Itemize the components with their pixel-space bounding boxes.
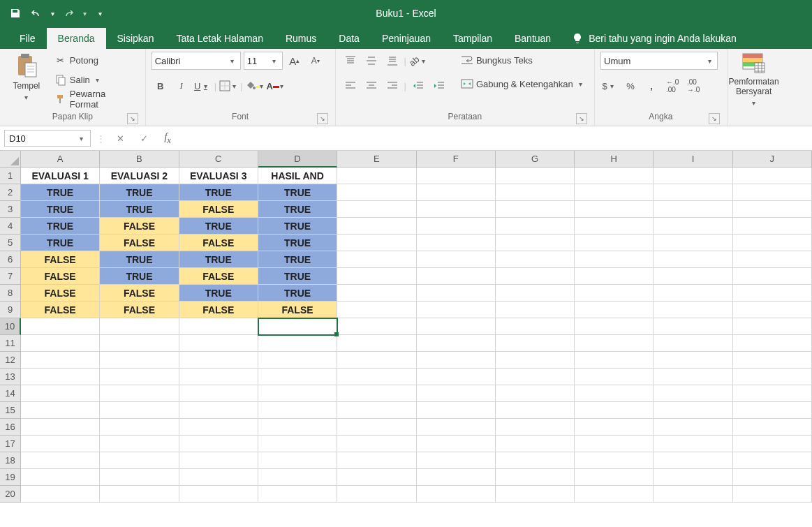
- cut-button[interactable]: ✂ Potong: [52, 52, 140, 68]
- cell-F17[interactable]: [417, 436, 496, 452]
- cell-F10[interactable]: [417, 318, 496, 335]
- cell-B12[interactable]: [100, 352, 179, 369]
- cell-C1[interactable]: EVALUASI 3: [179, 168, 258, 184]
- col-header-D[interactable]: D: [258, 151, 337, 168]
- cell-A8[interactable]: FALSE: [21, 285, 100, 302]
- cell-C6[interactable]: TRUE: [179, 251, 258, 268]
- cell-D20[interactable]: [258, 486, 337, 503]
- redo-dropdown[interactable]: ▾: [80, 10, 89, 17]
- cell-F9[interactable]: [417, 302, 496, 318]
- merge-center-button[interactable]: Gabung & Ketengahkan ▾: [458, 75, 589, 92]
- dialog-launcher[interactable]: ↘: [317, 113, 328, 124]
- decrease-decimal-button[interactable]: .00→.0: [684, 77, 702, 95]
- cell-B13[interactable]: [100, 369, 179, 385]
- cell-H4[interactable]: [575, 218, 654, 235]
- cell-J19[interactable]: [733, 469, 812, 486]
- cell-B11[interactable]: [100, 335, 179, 352]
- cell-H15[interactable]: [575, 402, 654, 419]
- increase-decimal-button[interactable]: ←.0.00: [663, 77, 681, 95]
- cell-A13[interactable]: [21, 369, 100, 385]
- col-header-H[interactable]: H: [575, 151, 654, 168]
- cell-I11[interactable]: [654, 335, 732, 352]
- decrease-indent-button[interactable]: [409, 77, 427, 95]
- italic-button[interactable]: I: [172, 77, 191, 95]
- align-left-button[interactable]: [341, 77, 360, 95]
- row-header-11[interactable]: 11: [0, 335, 21, 352]
- cell-C11[interactable]: [179, 335, 258, 352]
- cell-H12[interactable]: [575, 352, 654, 369]
- row-header-13[interactable]: 13: [0, 369, 21, 385]
- cell-E19[interactable]: [337, 469, 416, 486]
- cell-F11[interactable]: [417, 335, 496, 352]
- tab-file[interactable]: File: [8, 28, 47, 49]
- cell-B14[interactable]: [100, 385, 179, 402]
- cell-I4[interactable]: [654, 218, 732, 235]
- cell-A11[interactable]: [21, 335, 100, 352]
- cell-H19[interactable]: [575, 469, 654, 486]
- cell-J3[interactable]: [733, 201, 812, 218]
- cell-H7[interactable]: [575, 268, 654, 285]
- cell-I15[interactable]: [654, 402, 732, 419]
- enter-formula-button[interactable]: ✓: [135, 131, 153, 146]
- bold-button[interactable]: B: [152, 77, 170, 95]
- cell-C19[interactable]: [179, 469, 258, 486]
- cell-F18[interactable]: [417, 452, 496, 469]
- cell-G1[interactable]: [496, 168, 575, 184]
- cell-B8[interactable]: FALSE: [100, 285, 179, 302]
- cell-F15[interactable]: [417, 402, 496, 419]
- cell-F13[interactable]: [417, 369, 496, 385]
- row-header-9[interactable]: 9: [0, 302, 21, 318]
- cell-A12[interactable]: [21, 352, 100, 369]
- cell-C17[interactable]: [179, 436, 258, 452]
- cell-H17[interactable]: [575, 436, 654, 452]
- cell-I10[interactable]: [654, 318, 732, 335]
- row-header-8[interactable]: 8: [0, 285, 21, 302]
- cell-B4[interactable]: FALSE: [100, 218, 179, 235]
- tab-tampilan[interactable]: Tampilan: [442, 28, 503, 49]
- cell-B3[interactable]: TRUE: [100, 201, 179, 218]
- dialog-launcher[interactable]: ↘: [709, 113, 720, 124]
- cell-E1[interactable]: [337, 168, 416, 184]
- name-box[interactable]: D10▾: [4, 130, 91, 147]
- align-bottom-button[interactable]: [383, 52, 401, 70]
- tab-rumus[interactable]: Rumus: [274, 28, 327, 49]
- cell-H6[interactable]: [575, 251, 654, 268]
- cell-C18[interactable]: [179, 452, 258, 469]
- cell-J7[interactable]: [733, 268, 812, 285]
- cell-F7[interactable]: [417, 268, 496, 285]
- cell-A16[interactable]: [21, 419, 100, 436]
- cell-A10[interactable]: [21, 318, 100, 335]
- cell-E11[interactable]: [337, 335, 416, 352]
- cell-A2[interactable]: TRUE: [21, 184, 100, 201]
- tab-sisipkan[interactable]: Sisipkan: [106, 28, 165, 49]
- cell-I17[interactable]: [654, 436, 732, 452]
- cell-A19[interactable]: [21, 469, 100, 486]
- undo-button[interactable]: [27, 3, 46, 23]
- cell-C16[interactable]: [179, 419, 258, 436]
- cell-H10[interactable]: [575, 318, 654, 335]
- row-header-16[interactable]: 16: [0, 419, 21, 436]
- qat-customize[interactable]: ▾: [95, 10, 105, 17]
- cell-J15[interactable]: [733, 402, 812, 419]
- font-color-button[interactable]: A▾: [266, 77, 284, 95]
- cell-F16[interactable]: [417, 419, 496, 436]
- cell-G10[interactable]: [496, 318, 575, 335]
- select-all-corner[interactable]: [0, 151, 21, 168]
- cell-I14[interactable]: [654, 385, 732, 402]
- cell-E6[interactable]: [337, 251, 416, 268]
- cell-J6[interactable]: [733, 251, 812, 268]
- cell-F14[interactable]: [417, 385, 496, 402]
- cell-G4[interactable]: [496, 218, 575, 235]
- cell-B6[interactable]: TRUE: [100, 251, 179, 268]
- format-painter-button[interactable]: Pewarna Format: [52, 91, 140, 107]
- cell-G16[interactable]: [496, 419, 575, 436]
- col-header-E[interactable]: E: [337, 151, 416, 168]
- paste-button[interactable]: Tempel ▾: [6, 52, 47, 103]
- cell-E18[interactable]: [337, 452, 416, 469]
- cell-J1[interactable]: [733, 168, 812, 184]
- cell-C2[interactable]: TRUE: [179, 184, 258, 201]
- cell-I7[interactable]: [654, 268, 732, 285]
- align-middle-button[interactable]: [362, 52, 381, 70]
- align-right-button[interactable]: [383, 77, 401, 95]
- cell-C14[interactable]: [179, 385, 258, 402]
